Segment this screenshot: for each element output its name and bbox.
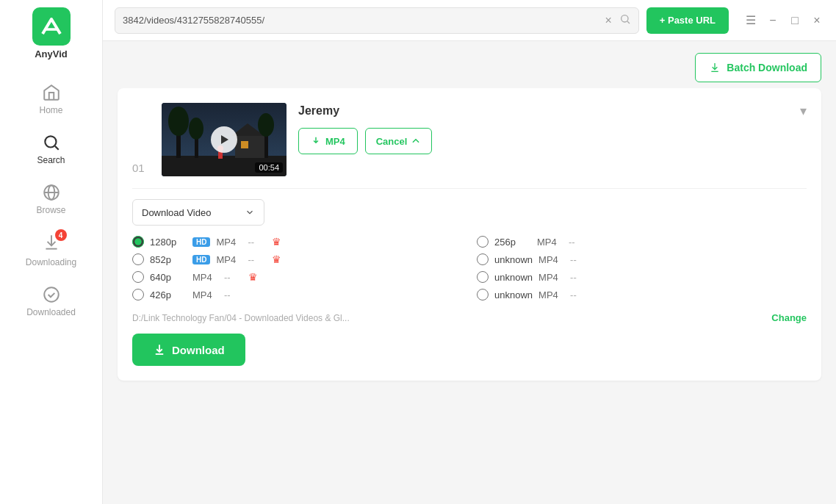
quality-radio-852p[interactable] — [132, 253, 144, 265]
batch-area: Batch Download — [103, 41, 836, 88]
video-card: 01 — [118, 88, 821, 381]
crown-icon-640p: ♛ — [248, 271, 258, 283]
batch-download-button[interactable]: Batch Download — [695, 53, 821, 82]
crown-icon-1280p: ♛ — [272, 236, 281, 248]
sidebar-item-browse[interactable]: Browse — [0, 174, 102, 224]
svg-rect-10 — [235, 136, 264, 158]
quality-radio-unknown1[interactable] — [477, 253, 489, 265]
quality-row-426p: 426p MP4 -- — [132, 289, 462, 300]
sidebar-item-home[interactable]: Home — [0, 74, 102, 124]
action-buttons: MP4 Cancel — [298, 128, 807, 154]
quality-format-unknown1: MP4 — [538, 254, 564, 265]
quality-format-1280p: MP4 — [216, 237, 242, 248]
quality-radio-256p[interactable] — [477, 236, 489, 248]
minimize-button[interactable]: − — [765, 13, 780, 28]
quality-grid: 1280p HD MP4 -- ♛ 256p MP4 -- 852p — [132, 236, 807, 300]
quality-row-unknown3: unknown MP4 -- — [477, 289, 807, 300]
video-thumbnail[interactable]: 00:54 — [162, 103, 287, 176]
quality-size-unknown1: -- — [570, 254, 588, 265]
svg-point-14 — [168, 107, 189, 136]
download-video-row: Download Video — [132, 199, 807, 226]
quality-label-640p: 640p — [150, 272, 187, 283]
quality-radio-1280p[interactable] — [132, 236, 144, 248]
quality-size-unknown2: -- — [570, 272, 588, 283]
mp4-btn-label: MP4 — [325, 136, 345, 147]
video-collapse-button[interactable]: ▾ — [800, 103, 807, 119]
quality-size-640p: -- — [224, 272, 242, 283]
downloading-badge: 4 — [55, 229, 67, 241]
svg-line-1 — [54, 146, 58, 150]
download-path: D:/Link Technology Fan/04 - Downloaded V… — [132, 313, 764, 323]
change-path-button[interactable]: Change — [771, 312, 807, 323]
video-header: 01 — [132, 103, 807, 176]
quality-radio-unknown2[interactable] — [477, 271, 489, 283]
menu-button[interactable]: ☰ — [743, 13, 758, 28]
sidebar-item-search[interactable]: Search — [0, 124, 102, 174]
quality-radio-unknown3[interactable] — [477, 289, 489, 300]
close-button[interactable]: × — [810, 13, 824, 28]
video-title-row: Jeremy ▾ — [298, 103, 807, 119]
download-type-label: Download Video — [142, 207, 211, 218]
quality-label-1280p: 1280p — [150, 237, 187, 248]
quality-label-unknown1: unknown — [494, 254, 533, 265]
video-title: Jeremy — [298, 104, 339, 118]
svg-rect-12 — [241, 141, 248, 148]
paste-url-label: + Paste URL — [660, 15, 716, 26]
sidebar-item-downloading-label: Downloading — [26, 257, 76, 267]
quality-format-unknown3: MP4 — [538, 289, 564, 300]
path-row: D:/Link Technology Fan/04 - Downloaded V… — [132, 312, 807, 323]
url-clear-button[interactable]: × — [603, 15, 613, 26]
url-search-icon — [619, 13, 631, 28]
download-type-select[interactable]: Download Video — [132, 199, 264, 226]
svg-point-5 — [44, 287, 59, 302]
quality-row-1280p: 1280p HD MP4 -- ♛ — [132, 236, 462, 248]
mp4-button[interactable]: MP4 — [298, 128, 358, 154]
url-text: 3842/videos/4312755828740555/ — [123, 15, 597, 26]
quality-size-unknown3: -- — [570, 289, 588, 300]
divider — [132, 188, 807, 189]
url-bar: 3842/videos/4312755828740555/ × — [115, 7, 639, 34]
paste-url-button[interactable]: + Paste URL — [646, 7, 729, 34]
logo-area: AnyVid — [32, 7, 71, 60]
batch-download-label: Batch Download — [727, 62, 807, 73]
sidebar-item-downloading[interactable]: 4 Downloading — [0, 224, 102, 276]
quality-row-852p: 852p HD MP4 -- ♛ — [132, 253, 462, 265]
quality-row-256p: 256p MP4 -- — [477, 236, 807, 248]
quality-radio-640p[interactable] — [132, 271, 144, 283]
sidebar-item-downloaded-label: Downloaded — [26, 307, 76, 317]
video-duration: 00:54 — [255, 162, 283, 173]
sidebar-item-downloaded[interactable]: Downloaded — [0, 276, 102, 326]
svg-point-16 — [189, 118, 203, 140]
quality-label-unknown2: unknown — [494, 272, 533, 283]
quality-size-256p: -- — [569, 237, 587, 248]
sidebar: AnyVid Home Search Browse — [0, 0, 103, 504]
quality-label-unknown3: unknown — [494, 289, 533, 300]
play-button[interactable] — [211, 126, 237, 153]
sidebar-item-home-label: Home — [39, 105, 62, 115]
quality-format-852p: MP4 — [216, 254, 242, 265]
quality-format-426p: MP4 — [192, 289, 218, 300]
quality-format-640p: MP4 — [192, 272, 218, 283]
download-main-button[interactable]: Download — [132, 334, 245, 366]
window-controls: ☰ − □ × — [743, 13, 824, 28]
quality-label-426p: 426p — [150, 289, 187, 300]
maximize-button[interactable]: □ — [788, 13, 802, 28]
cancel-button[interactable]: Cancel — [365, 128, 433, 154]
quality-radio-426p[interactable] — [132, 289, 144, 300]
downloading-badge-wrap: 4 — [42, 233, 61, 254]
sidebar-item-browse-label: Browse — [36, 205, 65, 215]
quality-size-426p: -- — [224, 289, 242, 300]
svg-line-7 — [627, 21, 630, 24]
hd-badge-852p: HD — [192, 255, 210, 264]
crown-icon-852p: ♛ — [272, 253, 281, 265]
change-path-label: Change — [771, 312, 807, 323]
titlebar: 3842/videos/4312755828740555/ × + Paste … — [103, 0, 836, 41]
svg-point-6 — [621, 15, 627, 21]
sidebar-item-search-label: Search — [37, 155, 65, 165]
quality-format-unknown2: MP4 — [538, 272, 564, 283]
cancel-btn-label: Cancel — [376, 136, 408, 147]
svg-marker-21 — [221, 135, 228, 144]
quality-size-852p: -- — [248, 254, 266, 265]
main-area: 3842/videos/4312755828740555/ × + Paste … — [103, 0, 836, 504]
quality-row-unknown1: unknown MP4 -- — [477, 253, 807, 265]
